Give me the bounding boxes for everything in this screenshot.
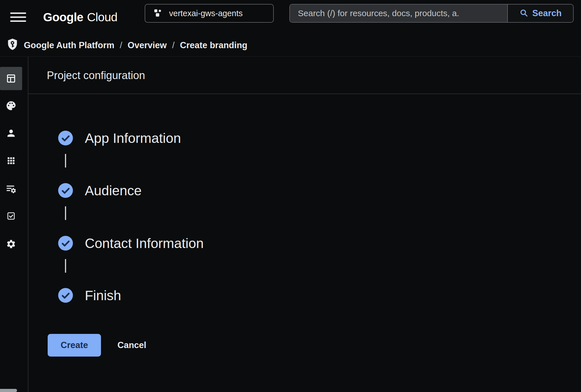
breadcrumb-separator: / xyxy=(120,40,122,50)
search-button-label: Search xyxy=(532,8,561,18)
create-button[interactable]: Create xyxy=(48,334,101,357)
sidebar-item-audience[interactable] xyxy=(0,122,22,145)
search-icon xyxy=(519,8,529,19)
step-connector xyxy=(65,259,66,273)
hamburger-menu-icon[interactable] xyxy=(10,9,27,25)
step-complete-icon xyxy=(58,288,73,303)
sidebar-item-data-access[interactable] xyxy=(0,177,22,200)
logo-cloud-text: Cloud xyxy=(87,10,117,24)
breadcrumb-item-auth-platform[interactable]: Google Auth Platform xyxy=(24,40,114,50)
top-header: Google Cloud vertexai-gws-agents xyxy=(0,0,581,34)
step-app-information[interactable]: App Information xyxy=(58,129,181,147)
step-label: Audience xyxy=(85,183,142,198)
step-label: Contact Information xyxy=(85,236,204,251)
step-connector xyxy=(65,206,66,220)
step-contact-information[interactable]: Contact Information xyxy=(58,234,204,252)
step-finish[interactable]: Finish xyxy=(58,286,121,304)
search-button[interactable]: Search xyxy=(507,5,573,22)
apps-grid-icon xyxy=(6,156,16,166)
sidebar-item-branding[interactable] xyxy=(0,94,22,117)
dashboard-icon xyxy=(6,73,16,84)
google-cloud-logo[interactable]: Google Cloud xyxy=(43,0,117,34)
breadcrumb: Google Auth Platform / Overview / Create… xyxy=(24,40,247,50)
step-complete-icon xyxy=(58,131,73,145)
auth-platform-shield-key-icon xyxy=(6,38,19,53)
sidebar-item-overview[interactable] xyxy=(0,67,22,90)
sidebar-item-verification[interactable] xyxy=(0,204,22,228)
checkbox-icon xyxy=(6,211,16,221)
palette-icon xyxy=(6,100,16,111)
step-complete-icon xyxy=(58,236,73,251)
page-title: Project configuration xyxy=(47,57,145,94)
step-label: App Information xyxy=(85,130,181,146)
step-connector xyxy=(65,154,66,168)
logo-google-text: Google xyxy=(43,10,83,24)
project-cluster-icon xyxy=(153,8,163,19)
sidebar-item-clients[interactable] xyxy=(0,149,22,172)
step-complete-icon xyxy=(58,183,73,198)
search-bar-group: Search xyxy=(289,4,574,23)
step-audience[interactable]: Audience xyxy=(58,181,142,200)
title-divider xyxy=(28,94,581,94)
breadcrumb-item-overview[interactable]: Overview xyxy=(128,40,167,50)
gcp-console-screen: Google Cloud vertexai-gws-agents xyxy=(0,0,581,392)
breadcrumb-item-create-branding: Create branding xyxy=(180,40,247,50)
sidebar-item-settings[interactable] xyxy=(0,232,22,256)
person-icon xyxy=(6,128,16,139)
step-label: Finish xyxy=(85,288,121,303)
cancel-button[interactable]: Cancel xyxy=(116,334,148,357)
list-gear-icon xyxy=(6,183,16,194)
breadcrumb-bar: Google Auth Platform / Overview / Create… xyxy=(0,34,581,57)
sidebar-scrollbar[interactable] xyxy=(0,389,17,392)
breadcrumb-separator: / xyxy=(172,40,175,50)
project-selector[interactable]: vertexai-gws-agents xyxy=(145,4,274,23)
search-input[interactable] xyxy=(290,5,507,22)
gear-icon xyxy=(6,239,16,249)
left-sidebar xyxy=(0,57,28,392)
project-selector-value: vertexai-gws-agents xyxy=(169,9,243,18)
